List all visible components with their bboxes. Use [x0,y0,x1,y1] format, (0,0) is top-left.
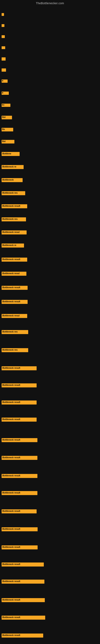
bar-label: Bottleneck result [1,509,37,514]
bar-label: Bot [1,116,12,119]
bar-row: B [1,92,9,95]
bar-row: Bottleneck result [1,258,27,262]
bar-label: Bottleneck res [1,191,25,195]
bar-row [1,68,6,72]
bar-row: Bottleneck resul [1,272,26,276]
bar-label: Bottleneck result [1,598,45,602]
bar-row [1,57,6,60]
bar-row: B [1,80,8,83]
chart-area: TheBottlenecker.com BBBoBotBoBotBottlene… [0,0,100,644]
bar-label: Bottleneck result [1,474,37,478]
bar-label: Bottleneck result [1,562,44,566]
bar-label [1,46,5,49]
bar-label: Bottleneck resul [1,272,26,276]
bar-label: Bottleneck result [1,527,38,531]
bar-row: Bot [1,140,14,144]
bar-row: Bottleneck result [1,562,44,566]
bar-row: Bottleneck res [1,330,28,334]
bar-label: Bottleneck resul [1,230,27,234]
bar-row: Bottleneck result [1,616,45,620]
bar-label: Bottleneck resul [1,314,27,318]
bar-label [1,35,5,38]
bar-label: Bottleneck result [1,300,28,304]
bar-row [1,35,5,38]
bar-row [1,13,4,16]
bar-label: Bottleneck result [1,616,45,620]
bar-label: Bottleneck result [1,366,37,370]
bar-row: Bottleneck result [1,509,37,514]
bar-row: Bottleneck res [1,217,26,222]
bar-row: Bottleneck result [1,418,37,422]
bar-label: Bottleneck result [1,418,37,422]
bar-row: Bottleneck result [1,400,37,404]
bar-row: Bottleneck re [1,244,24,248]
bar-label: Bot [1,140,14,144]
bar-label: Bottleneck [1,178,23,182]
bar-label: Bottleneck result [1,400,37,404]
bar-row: Bottleneck resul [1,230,27,234]
bar-label: Bo [1,128,13,132]
bar-row: Bottleneck result [1,474,37,478]
bar-label: Bottleneck result [1,258,27,262]
bar-row: Bottleneck [1,178,23,182]
bar-label [1,24,4,27]
bar-label: Bottleneck result [1,456,37,460]
bar-row: Bottleneck result [1,456,37,460]
bar-label: Bottleneck result [1,580,44,584]
bar-label: Bottleneck re [1,244,24,248]
bar-row: Bottleneck result [1,546,38,550]
site-title: TheBottlenecker.com [0,0,100,6]
bar-label: Bottleneck res [1,217,26,222]
bar-row: Bottleneck result [1,438,37,442]
bar-row: Bottlene [1,152,20,156]
bar-label: Bo [1,104,10,107]
bar-label [1,13,4,16]
bar-row: Bot [1,116,12,119]
bar-label [1,57,6,60]
bar-label: Bottleneck result [1,204,27,208]
bar-label: Bottleneck result [1,438,37,442]
bar-row: Bottleneck res [1,191,25,195]
bar-row [1,46,5,49]
bar-row: Bottleneck resul [1,314,27,318]
bar-label: Bottlene [1,152,20,156]
bar-label: Bottleneck result [1,546,38,550]
bar-row: Bottleneck result [1,580,44,584]
bar-label: Bottleneck result [1,286,28,290]
bar-label [1,68,6,72]
bar-row: Bo [1,104,10,107]
bar-row: Bottleneck re [1,165,24,169]
bar-label: Bottleneck res [1,348,28,352]
bar-label: Bottleneck res [1,330,28,334]
bar-row: Bo [1,128,13,132]
bar-row: Bottleneck result [1,204,27,208]
bar-label: B [1,80,8,83]
bar-row: Bottleneck result [1,491,37,495]
bar-row: Bottleneck result [1,300,28,304]
bar-label: Bottleneck re [1,165,24,169]
bar-row: Bottleneck res [1,348,28,352]
bar-row: Bottleneck result [1,384,37,388]
bar-row [1,24,4,27]
bar-label: Bottleneck result [1,384,37,388]
bar-label: Bottleneck result [1,491,37,495]
bar-row: Bottleneck result [1,286,28,290]
bar-row: Bottleneck result [1,527,38,531]
bar-row: Bottleneck result [1,634,43,638]
bar-label: B [1,92,9,95]
bar-label: Bottleneck result [1,634,43,638]
bar-row: Bottleneck result [1,598,45,602]
bar-row: Bottleneck result [1,366,37,370]
